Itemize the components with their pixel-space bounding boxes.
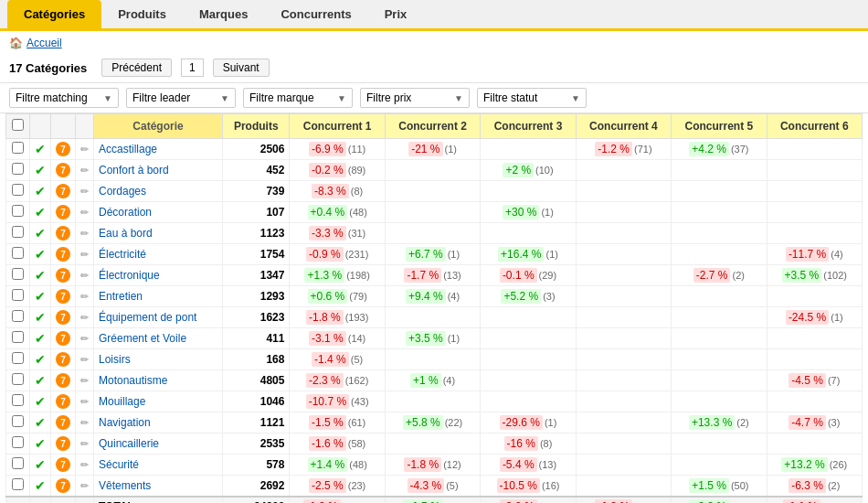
row-checkbox[interactable]: [12, 415, 24, 427]
filter-filtre-statut[interactable]: Filtre statut▼: [477, 88, 587, 108]
row-checkbox-cell[interactable]: [6, 139, 30, 160]
row-checkbox-cell[interactable]: [6, 286, 30, 307]
filter-filtre-matching[interactable]: Filtre matching▼: [9, 88, 119, 108]
row-checkbox[interactable]: [12, 226, 24, 238]
nav-tab-prix[interactable]: Prix: [368, 0, 424, 28]
category-name[interactable]: Vêtements: [94, 476, 223, 498]
edit-cell[interactable]: ✏: [76, 433, 94, 455]
row-checkbox-cell[interactable]: [6, 412, 30, 433]
row-checkbox[interactable]: [12, 310, 24, 322]
row-checkbox[interactable]: [12, 205, 24, 217]
row-checkbox[interactable]: [12, 478, 24, 490]
edit-icon[interactable]: ✏: [80, 270, 89, 281]
category-name[interactable]: Gréement et Voile: [94, 328, 223, 349]
category-name[interactable]: Mouillage: [94, 391, 223, 412]
edit-icon[interactable]: ✏: [80, 312, 89, 323]
edit-icon[interactable]: ✏: [80, 291, 89, 302]
edit-icon[interactable]: ✏: [80, 186, 89, 197]
nav-tab-catégories[interactable]: Catégories: [7, 0, 101, 28]
row-checkbox-cell[interactable]: [6, 223, 30, 244]
row-checkbox[interactable]: [12, 436, 24, 448]
edit-cell[interactable]: ✏: [76, 307, 94, 328]
row-checkbox-cell[interactable]: [6, 202, 30, 223]
filter-filtre-leader[interactable]: Filtre leader▼: [126, 88, 236, 108]
edit-icon[interactable]: ✏: [80, 249, 89, 260]
prev-button[interactable]: Précédent: [101, 59, 172, 77]
c2-header: Concurrent 2: [385, 114, 480, 139]
edit-icon[interactable]: ✏: [80, 417, 89, 428]
row-checkbox[interactable]: [12, 352, 24, 364]
edit-icon[interactable]: ✏: [80, 228, 89, 239]
row-checkbox-cell[interactable]: [6, 307, 30, 328]
edit-cell[interactable]: ✏: [76, 370, 94, 391]
nav-tab-produits[interactable]: Produits: [101, 0, 183, 28]
category-name[interactable]: Décoration: [94, 202, 223, 223]
edit-cell[interactable]: ✏: [76, 476, 94, 498]
row-checkbox-cell[interactable]: [6, 433, 30, 455]
row-checkbox[interactable]: [12, 331, 24, 343]
edit-icon[interactable]: ✏: [80, 144, 89, 155]
category-name[interactable]: Eau à bord: [94, 223, 223, 244]
select-all-checkbox[interactable]: [12, 119, 24, 131]
row-checkbox[interactable]: [12, 373, 24, 385]
edit-cell[interactable]: ✏: [76, 265, 94, 286]
edit-icon[interactable]: ✏: [80, 396, 89, 407]
category-name[interactable]: Équipement de pont: [94, 307, 223, 328]
row-checkbox[interactable]: [12, 247, 24, 259]
row-checkbox-cell[interactable]: [6, 370, 30, 391]
category-name[interactable]: Électricité: [94, 244, 223, 265]
category-name[interactable]: Accastillage: [94, 139, 223, 160]
edit-cell[interactable]: ✏: [76, 244, 94, 265]
row-checkbox-cell[interactable]: [6, 244, 30, 265]
row-checkbox-cell[interactable]: [6, 391, 30, 412]
edit-cell[interactable]: ✏: [76, 139, 94, 160]
row-checkbox[interactable]: [12, 457, 24, 469]
row-checkbox-cell[interactable]: [6, 181, 30, 202]
edit-icon[interactable]: ✏: [80, 207, 89, 218]
nav-tab-marques[interactable]: Marques: [183, 0, 264, 28]
edit-icon[interactable]: ✏: [80, 333, 89, 344]
row-checkbox[interactable]: [12, 163, 24, 175]
category-name[interactable]: Entretien: [94, 286, 223, 307]
edit-cell[interactable]: ✏: [76, 223, 94, 244]
row-checkbox-cell[interactable]: [6, 160, 30, 181]
category-name[interactable]: Électronique: [94, 265, 223, 286]
edit-cell[interactable]: ✏: [76, 181, 94, 202]
row-checkbox[interactable]: [12, 184, 24, 196]
category-name[interactable]: Sécurité: [94, 455, 223, 476]
category-name[interactable]: Motonautisme: [94, 370, 223, 391]
row-checkbox-cell[interactable]: [6, 328, 30, 349]
row-checkbox-cell[interactable]: [6, 455, 30, 476]
row-checkbox[interactable]: [12, 268, 24, 280]
row-checkbox[interactable]: [12, 394, 24, 406]
edit-cell[interactable]: ✏: [76, 328, 94, 349]
next-button[interactable]: Suivant: [213, 59, 270, 77]
category-name[interactable]: Navigation: [94, 412, 223, 433]
category-name[interactable]: Cordages: [94, 181, 223, 202]
edit-cell[interactable]: ✏: [76, 160, 94, 181]
row-checkbox[interactable]: [12, 289, 24, 301]
category-name[interactable]: Quincaillerie: [94, 433, 223, 455]
edit-cell[interactable]: ✏: [76, 286, 94, 307]
edit-icon[interactable]: ✏: [80, 165, 89, 176]
edit-icon[interactable]: ✏: [80, 459, 89, 470]
filter-filtre-marque[interactable]: Filtre marque▼: [243, 88, 353, 108]
row-checkbox[interactable]: [12, 142, 24, 154]
edit-icon[interactable]: ✏: [80, 480, 89, 491]
nav-tab-concurrents[interactable]: Concurrents: [264, 0, 367, 28]
edit-cell[interactable]: ✏: [76, 455, 94, 476]
row-checkbox-cell[interactable]: [6, 265, 30, 286]
edit-cell[interactable]: ✏: [76, 412, 94, 433]
breadcrumb-text[interactable]: Accueil: [26, 37, 62, 49]
category-name[interactable]: Confort à bord: [94, 160, 223, 181]
edit-cell[interactable]: ✏: [76, 391, 94, 412]
edit-icon[interactable]: ✏: [80, 354, 89, 365]
edit-icon[interactable]: ✏: [80, 375, 89, 386]
row-checkbox-cell[interactable]: [6, 349, 30, 370]
edit-cell[interactable]: ✏: [76, 202, 94, 223]
edit-cell[interactable]: ✏: [76, 349, 94, 370]
row-checkbox-cell[interactable]: [6, 476, 30, 498]
category-name[interactable]: Loisirs: [94, 349, 223, 370]
edit-icon[interactable]: ✏: [80, 438, 89, 449]
filter-filtre-prix[interactable]: Filtre prix▼: [360, 88, 470, 108]
